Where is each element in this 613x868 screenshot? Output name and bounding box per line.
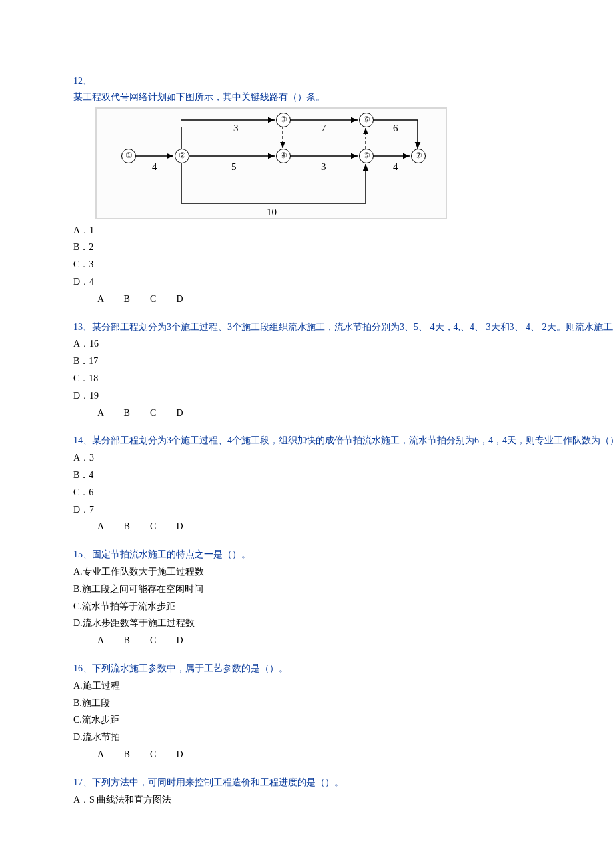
- option-d: D.流水步距数等于施工过程数: [73, 615, 613, 631]
- choice-a[interactable]: A: [97, 291, 121, 307]
- choice-c[interactable]: C: [150, 405, 174, 421]
- answer-choices[interactable]: A B C D: [73, 405, 613, 421]
- network-diagram: ① ② ③ ④ ⑤ ⑥ ⑦ 3 7 6 4 5 3 4 10: [95, 107, 448, 220]
- choice-b[interactable]: B: [124, 291, 148, 307]
- node-7: ⑦: [411, 149, 426, 163]
- node-5: ⑤: [359, 149, 374, 163]
- question-text: 15、固定节拍流水施工的特点之一是（）。: [73, 547, 613, 563]
- edge-label: 5: [231, 159, 237, 176]
- option-c: C.流水步距: [73, 712, 613, 728]
- choice-c[interactable]: C: [150, 747, 174, 763]
- option-c: C．3: [73, 257, 613, 273]
- option-d: D．4: [73, 274, 613, 290]
- node-6: ⑥: [359, 113, 374, 127]
- question-text: 13、某分部工程划分为3个施工过程、3个施工段组织流水施工，流水节拍分别为3、5…: [73, 319, 613, 335]
- question-15: 15、固定节拍流水施工的特点之一是（）。 A.专业工作队数大于施工过程数 B.施…: [73, 547, 613, 649]
- option-a: A.施工过程: [73, 678, 613, 694]
- edge-label: 3: [321, 159, 326, 176]
- edge-label: 4: [152, 159, 157, 176]
- answer-choices[interactable]: A B C D: [73, 291, 613, 307]
- choice-c[interactable]: C: [150, 519, 174, 535]
- answer-choices[interactable]: A B C D: [73, 747, 613, 763]
- option-b: B．17: [73, 353, 613, 369]
- edge-label: 6: [393, 120, 398, 137]
- question-text: 某工程双代号网络计划如下图所示，其中关键线路有（）条。: [73, 89, 613, 105]
- node-4: ④: [276, 149, 291, 163]
- choice-d[interactable]: D: [177, 405, 201, 421]
- option-a: A．S 曲线法和直方图法: [73, 792, 613, 808]
- option-c: C．18: [73, 371, 613, 387]
- choice-a[interactable]: A: [97, 519, 121, 535]
- question-12: 12、 某工程双代号网络计划如下图所示，其中关键线路有（）条。: [73, 73, 613, 307]
- choice-a[interactable]: A: [97, 747, 121, 763]
- question-14: 14、某分部工程划分为3个施工过程、4个施工段，组织加快的成倍节拍流水施工，流水…: [73, 433, 613, 535]
- answer-choices[interactable]: A B C D: [73, 633, 613, 649]
- choice-b[interactable]: B: [124, 405, 148, 421]
- option-c: C．6: [73, 485, 613, 501]
- question-text: 17、下列方法中，可同时用来控制工程造价和工程进度的是（）。: [73, 775, 613, 791]
- choice-d[interactable]: D: [177, 633, 201, 649]
- question-17: 17、下列方法中，可同时用来控制工程造价和工程进度的是（）。 A．S 曲线法和直…: [73, 775, 613, 808]
- choice-b[interactable]: B: [124, 519, 148, 535]
- option-a: A．3: [73, 450, 613, 466]
- node-1: ①: [121, 149, 136, 163]
- option-a: A．1: [73, 223, 613, 239]
- node-3: ③: [276, 113, 291, 127]
- choice-a[interactable]: A: [97, 405, 121, 421]
- edge-label: 7: [321, 120, 326, 137]
- question-13: 13、某分部工程划分为3个施工过程、3个施工段组织流水施工，流水节拍分别为3、5…: [73, 319, 613, 421]
- option-c: C.流水节拍等于流水步距: [73, 599, 613, 615]
- edge-label: 10: [267, 204, 277, 221]
- option-b: B.施工段: [73, 695, 613, 711]
- choice-a[interactable]: A: [97, 633, 121, 649]
- question-text: 14、某分部工程划分为3个施工过程、4个施工段，组织加快的成倍节拍流水施工，流水…: [73, 433, 613, 449]
- choice-c[interactable]: C: [150, 633, 174, 649]
- option-d: D.流水节拍: [73, 729, 613, 745]
- option-d: D．19: [73, 388, 613, 404]
- choice-d[interactable]: D: [177, 519, 201, 535]
- option-a: A.专业工作队数大于施工过程数: [73, 564, 613, 580]
- question-number: 12、: [73, 73, 613, 89]
- option-b: B.施工段之间可能存在空闲时间: [73, 581, 613, 597]
- question-16: 16、下列流水施工参数中，属于工艺参数的是（）。 A.施工过程 B.施工段 C.…: [73, 661, 613, 763]
- choice-b[interactable]: B: [124, 747, 148, 763]
- option-d: D．7: [73, 502, 613, 518]
- node-2: ②: [175, 149, 189, 163]
- choice-d[interactable]: D: [177, 291, 201, 307]
- edge-label: 4: [393, 159, 398, 176]
- edge-label: 3: [233, 120, 239, 137]
- choice-c[interactable]: C: [150, 291, 174, 307]
- choice-b[interactable]: B: [124, 633, 148, 649]
- question-text: 16、下列流水施工参数中，属于工艺参数的是（）。: [73, 661, 613, 677]
- option-b: B．2: [73, 239, 613, 255]
- option-a: A．16: [73, 336, 613, 352]
- choice-d[interactable]: D: [177, 747, 201, 763]
- answer-choices[interactable]: A B C D: [73, 519, 613, 535]
- option-b: B．4: [73, 467, 613, 483]
